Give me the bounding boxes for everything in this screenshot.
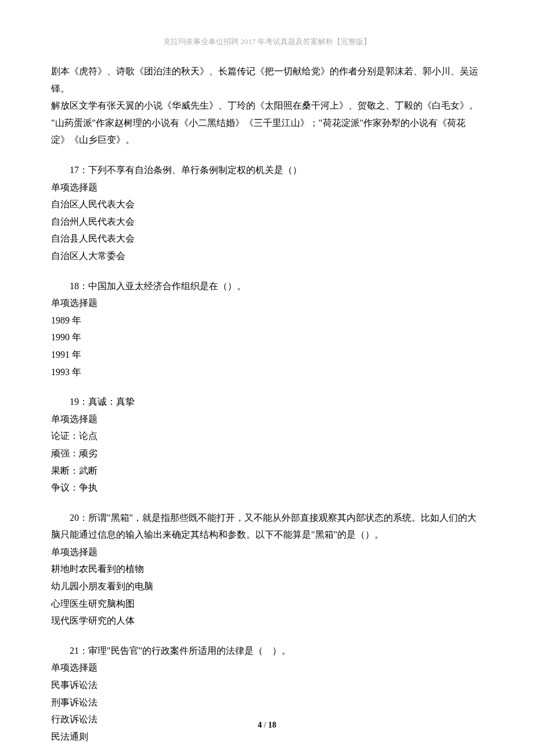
q18-opt-b: 1990 年 <box>51 329 483 346</box>
intro-p2: 解放区文学有张天翼的小说《华威先生》、丁玲的《太阳照在桑干河上》、贺敬之、丁毅的… <box>51 97 483 114</box>
q21-type: 单项选择题 <box>51 659 483 676</box>
intro-p3: "山药蛋派"作家赵树理的小说有《小二黑结婚》《三千里江山》；"荷花淀派"作家孙犁… <box>51 114 483 149</box>
page-header: 克拉玛依事业单位招聘 2017 年考试真题及答案解析【完整版】 <box>51 35 483 49</box>
q21-opt-a: 民事诉讼法 <box>51 676 483 694</box>
q19-opt-a: 论证：论点 <box>51 427 483 445</box>
q17-opt-b: 自治州人民代表大会 <box>51 213 483 231</box>
q17-title: 17：下列不享有自治条例、单行条例制定权的机关是（） <box>51 161 483 179</box>
q20-opt-b: 幼儿园小朋友看到的电脑 <box>51 578 483 595</box>
document-content: 剧本《虎符》、诗歌《团泊洼的秋天》、长篇传记《把一切献给党》的作者分别是郭沫若、… <box>51 63 483 745</box>
q18-title: 18：中国加入亚太经济合作组织是在（）。 <box>51 278 483 295</box>
q18-opt-a: 1989 年 <box>51 312 483 329</box>
q19-type: 单项选择题 <box>51 411 483 428</box>
q21-opt-b: 刑事诉讼法 <box>51 694 483 711</box>
question-20: 20：所谓"黑箱"，就是指那些既不能打开，又不能从外部直接观察其内部状态的系统。… <box>51 509 483 629</box>
q17-opt-a: 自治区人民代表大会 <box>51 196 483 213</box>
question-17: 17：下列不享有自治条例、单行条例制定权的机关是（） 单项选择题 自治区人民代表… <box>51 161 483 265</box>
q19-opt-c: 果断：武断 <box>51 462 483 480</box>
q20-opt-c: 心理医生研究脑构图 <box>51 595 483 613</box>
question-19: 19：真诚：真挚 单项选择题 论证：论点 顽强：顽劣 果断：武断 争议：争执 <box>51 393 483 496</box>
q19-opt-b: 顽强：顽劣 <box>51 445 483 462</box>
q19-opt-d: 争议：争执 <box>51 479 483 496</box>
q17-opt-d: 自治区人大常委会 <box>51 247 483 265</box>
q18-opt-c: 1991 年 <box>51 346 483 363</box>
q17-type: 单项选择题 <box>51 179 483 196</box>
q20-opt-a: 耕地时农民看到的植物 <box>51 560 483 578</box>
intro-block: 剧本《虎符》、诗歌《团泊洼的秋天》、长篇传记《把一切献给党》的作者分别是郭沫若、… <box>51 63 483 149</box>
q20-title: 20：所谓"黑箱"，就是指那些既不能打开，又不能从外部直接观察其内部状态的系统。… <box>51 509 483 543</box>
page-sep: / <box>262 721 268 729</box>
q19-title: 19：真诚：真挚 <box>51 393 483 411</box>
q17-opt-c: 自治县人民代表大会 <box>51 230 483 247</box>
q18-opt-d: 1993 年 <box>51 363 483 381</box>
question-18: 18：中国加入亚太经济合作组织是在（）。 单项选择题 1989 年 1990 年… <box>51 278 483 381</box>
intro-p1: 剧本《虎符》、诗歌《团泊洼的秋天》、长篇传记《把一切献给党》的作者分别是郭沫若、… <box>51 63 483 97</box>
q18-type: 单项选择题 <box>51 294 483 312</box>
q20-opt-d: 现代医学研究的人体 <box>51 612 483 629</box>
q21-title: 21：审理"民告官"的行政案件所适用的法律是（ ）。 <box>51 642 483 660</box>
page-footer: 4 / 18 <box>0 718 534 733</box>
q20-type: 单项选择题 <box>51 543 483 561</box>
page-total: 18 <box>268 721 276 729</box>
page-number: 4 <box>258 721 262 729</box>
